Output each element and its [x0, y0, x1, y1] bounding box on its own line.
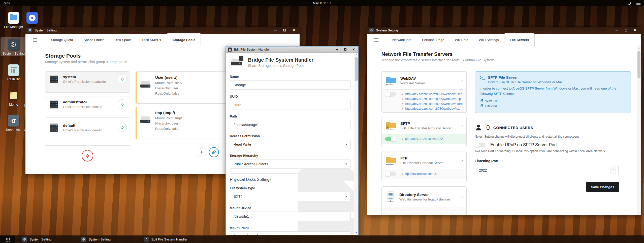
- webdav-server-card[interactable]: WebDAV WebDAV Server › ▸http://dev.arozo…: [381, 71, 467, 113]
- scrollbar-thumb[interactable]: [355, 57, 358, 81]
- taskbar-item-edit-fs-handler[interactable]: Edit File System Handler: [141, 235, 191, 243]
- storage-hierarchy-select[interactable]: Public Access Folders▾: [230, 159, 351, 169]
- minimize-button[interactable]: [616, 30, 618, 30]
- taskbar-item-system-setting[interactable]: ⚙ System Setting: [19, 235, 55, 243]
- hamburger-menu-icon[interactable]: [33, 38, 37, 42]
- scrollbar-thumb[interactable]: [637, 51, 640, 78]
- filezilla-link[interactable]: FileZilla: [479, 104, 626, 108]
- scroll-up-icon[interactable]: ▲: [637, 46, 641, 50]
- bridge-link-button[interactable]: [209, 147, 219, 157]
- close-button[interactable]: ×: [293, 29, 295, 31]
- tab-space-finder[interactable]: Space Finder: [78, 34, 109, 46]
- server-desc: Web file viewer for legacy devices: [399, 197, 450, 201]
- ftp-server-card[interactable]: FTP File Transfer Protocol Server › ▸ftp…: [381, 151, 467, 182]
- scrollbar[interactable]: ▲ ▼: [637, 46, 641, 215]
- add-vroot-button[interactable]: +: [197, 147, 206, 157]
- pool-sync-button[interactable]: [118, 99, 127, 108]
- webdav-url-link[interactable]: http://dev.arozos.com:8080/webdav/user: [405, 92, 462, 97]
- name-label: Name: [230, 75, 239, 78]
- desktop-icon-serverless[interactable]: σ Serverless: [1, 115, 27, 132]
- app-launcher-button[interactable]: [0, 235, 15, 243]
- desktop-icon-music[interactable]: ♪: [26, 12, 39, 25]
- refresh-icon: [85, 153, 90, 158]
- tab-personal-page[interactable]: Personal Page: [417, 34, 450, 46]
- ftp-url-link[interactable]: ftp://dev.arozos.com:21: [405, 172, 438, 176]
- menu-icon[interactable]: [636, 2, 640, 5]
- pool-sync-button[interactable]: [118, 74, 127, 83]
- eject-icon: [228, 48, 232, 52]
- chevron-right-icon[interactable]: ›: [461, 78, 463, 83]
- chevron-right-icon[interactable]: ›: [461, 158, 463, 163]
- sftp-url-link[interactable]: sftp://dev.arozos.com:2022: [405, 137, 443, 141]
- desktop-icon-trash-bin[interactable]: Trash Bin: [1, 64, 27, 81]
- window-titlebar[interactable]: Edit File System Handler ×: [226, 47, 358, 53]
- uuid-input[interactable]: store: [230, 100, 351, 109]
- webdav-url-link[interactable]: http://dev.arozos.com:8080/webdav/tmp: [405, 97, 461, 101]
- storage-pool-card[interactable]: administrator Other's Permission: denied: [45, 97, 130, 118]
- upnp-toggle[interactable]: [475, 143, 485, 147]
- tab-network-info[interactable]: Network Info: [387, 34, 417, 46]
- taskbar-item-system-setting-2[interactable]: ⚙ System Setting: [78, 235, 114, 243]
- scrollbar[interactable]: ▲ ▼: [354, 53, 358, 235]
- hamburger-menu-icon[interactable]: [374, 38, 378, 42]
- webdav-url-link[interactable]: http://dev.arozos.com:8080/webdav/store: [405, 102, 463, 106]
- tab-file-servers[interactable]: File Servers: [504, 33, 535, 47]
- trash-icon: [8, 64, 19, 76]
- desktop-icon-label: System Setting: [1, 52, 27, 55]
- maximize-button[interactable]: [283, 29, 286, 31]
- vroot-readonly: ReadOnly: false: [155, 126, 182, 132]
- dropdown-caret-icon: ▾: [345, 143, 347, 146]
- desktop-icon-system-setting[interactable]: ⚙ System Setting: [1, 37, 27, 56]
- taskbar-item-label: Edit File System Handler: [151, 237, 187, 241]
- path-input[interactable]: /media/storage1: [230, 120, 351, 129]
- maximize-button[interactable]: [625, 29, 627, 31]
- number-spinner[interactable]: ▲▼: [610, 167, 616, 174]
- sftp-server-card[interactable]: SFTP SSH File Transfer Protocol Server ›…: [381, 117, 467, 147]
- spinner-up-icon[interactable]: ▲: [612, 168, 614, 170]
- desktop-icon-file-manager[interactable]: File Manager: [1, 12, 27, 29]
- tab-storage-quota[interactable]: Storage Quota: [46, 34, 78, 46]
- storage-pool-card[interactable]: system Other's Permission: readwrite: [45, 71, 130, 93]
- link-label: FileZilla: [485, 104, 497, 108]
- server-desc: SSH File Transfer Protocol Server: [400, 126, 452, 130]
- chevron-right-icon[interactable]: ›: [461, 123, 463, 128]
- maximize-button[interactable]: [344, 48, 346, 51]
- minimize-button[interactable]: [274, 30, 277, 30]
- name-input[interactable]: Storage: [230, 80, 351, 90]
- close-button[interactable]: ×: [634, 29, 636, 31]
- webdav-toggle[interactable]: [385, 92, 396, 97]
- window-titlebar[interactable]: ⚙ System Setting ×: [25, 27, 300, 34]
- window-titlebar[interactable]: ⚙ System Setting ×: [367, 27, 641, 34]
- chevron-right-icon[interactable]: ›: [461, 194, 463, 199]
- save-changes-button[interactable]: Save Changes: [586, 182, 619, 192]
- status-ring-icon[interactable]: [627, 1, 632, 5]
- tab-disk-smart[interactable]: Disk SMART: [137, 34, 167, 46]
- access-permission-select[interactable]: Read Write▾: [230, 140, 351, 149]
- webdav-url-link[interactable]: http://dev.arozos.com:8080/webdav/is1: [405, 106, 460, 111]
- sftp-toggle[interactable]: [385, 137, 396, 141]
- winscp-link[interactable]: WinSCP: [479, 99, 626, 103]
- tab-disk-space[interactable]: Disk Space: [109, 34, 137, 46]
- mount-device-input[interactable]: /dev/sda1: [230, 212, 351, 221]
- minimize-button[interactable]: [336, 49, 338, 50]
- close-button[interactable]: ×: [352, 48, 355, 51]
- external-link-icon: [479, 104, 483, 108]
- mount-point-input[interactable]: /media/storage1: [230, 231, 351, 235]
- storage-pool-card[interactable]: default Other's Permission: denied: [45, 120, 130, 141]
- filesystem-type-select[interactable]: EXT4▾: [230, 192, 351, 201]
- directory-server-card[interactable]: Directory Server Web file viewer for leg…: [381, 186, 467, 215]
- ftp-toggle[interactable]: [385, 172, 396, 176]
- tab-storage-pools[interactable]: Storage Pools: [167, 33, 201, 47]
- desktop-icon-memo[interactable]: Memo: [1, 90, 27, 106]
- scroll-down-icon[interactable]: ▼: [637, 211, 641, 215]
- vroot-card[interactable]: tmp (tmp:/) Mount Point: tmp/ Hierarchy:…: [136, 107, 229, 139]
- scroll-up-icon[interactable]: ▲: [354, 53, 358, 57]
- pool-sync-button[interactable]: [118, 123, 127, 132]
- spinner-down-icon[interactable]: ▼: [612, 170, 614, 172]
- tab-wifi-info[interactable]: WiFi Info: [449, 34, 473, 46]
- listening-port-input[interactable]: 2022 ▲▼: [475, 165, 619, 175]
- scroll-down-icon[interactable]: ▼: [354, 231, 358, 235]
- refresh-pools-button[interactable]: [82, 150, 93, 161]
- tab-wifi-settings[interactable]: WiFi Settings: [474, 34, 504, 46]
- vroot-card[interactable]: User (user:/) Mount Point: files/ Hierar…: [136, 71, 229, 104]
